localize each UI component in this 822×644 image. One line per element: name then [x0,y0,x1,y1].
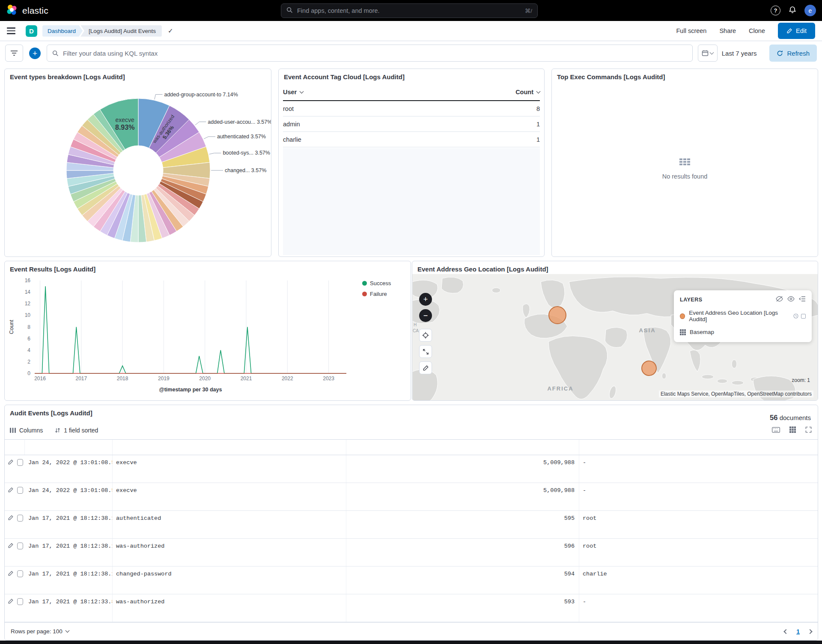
panel-title: Event Results [Logs Auditd] [5,261,411,274]
x-tick-label: 2019 [158,376,170,382]
kql-placeholder: Filter your data using KQL syntax [63,50,158,57]
pie-callout-label: booted-sys... 3.57% [223,150,270,156]
layers-title: LAYERS [680,297,703,303]
no-results-message: No results found [552,82,818,256]
collapse-layers-icon[interactable] [799,296,806,303]
zoom-in-button[interactable]: + [419,293,432,306]
notifications-icon[interactable] [788,6,797,16]
display-options-icon[interactable] [789,426,796,434]
user-avatar[interactable]: e [804,5,816,16]
table-row: Jan 17, 2021 @ 18:12:38.178was-authorize… [5,539,818,566]
data-grid-header-row[interactable] [5,439,818,455]
map-attribution[interactable]: Elastic Maps Service, OpenMapTiles, Open… [659,391,813,397]
share-button[interactable]: Share [719,27,736,34]
zoom-out-button[interactable]: − [419,309,432,322]
select-row-checkbox[interactable] [17,487,23,494]
legend-item-success[interactable]: Success [362,280,391,286]
cell-action: was-authorized [113,539,346,566]
select-row-checkbox[interactable] [17,570,23,577]
fit-to-data-button[interactable] [419,345,432,358]
menu-icon[interactable] [7,27,15,34]
legend-item-failure[interactable]: Failure [362,291,391,297]
zoom-level-label: zoom: 1 [792,377,810,383]
saved-filters-button[interactable] [5,45,23,62]
hide-all-layers-icon[interactable] [776,296,783,303]
sort-fields-button[interactable]: 1 field sorted [55,427,98,434]
table-icon [679,158,691,167]
saved-check-icon: ✓ [168,27,173,35]
column-header-count[interactable]: Count [515,89,540,95]
calendar-icon [702,50,709,57]
event-results-line-chart: 2016201720182019202020212022202302468101… [5,272,411,400]
row-controls [5,539,25,566]
cell-user: root [579,539,818,566]
event-types-donut-chart[interactable]: added-group-account-to 7.14%was-authoriz… [5,69,271,256]
refresh-button[interactable]: Refresh [769,45,817,62]
fullscreen-icon[interactable] [805,426,812,434]
layer-row-geo-location[interactable]: Event Address Geo Location [Logs Auditd] [680,310,806,322]
expand-row-button[interactable] [8,598,14,606]
global-search-input[interactable]: Find apps, content, and more. ⌘/ [281,3,538,18]
keyboard-shortcuts-icon[interactable] [772,427,780,434]
draw-tools-button[interactable] [419,361,432,374]
map-label-edge2: CA [413,328,419,333]
success-dot-icon [362,281,367,286]
date-picker-button[interactable] [698,45,718,62]
y-tick-label: 2 [27,359,30,365]
select-row-checkbox[interactable] [17,515,23,522]
x-tick-label: 2021 [241,376,252,382]
map-controls: + − [419,293,432,374]
world-map[interactable]: ASIA AFRICA H CA + − [412,274,818,400]
clone-button[interactable]: Clone [749,27,765,34]
column-header-user[interactable]: User [283,89,303,95]
global-search-placeholder: Find apps, content, and more. [297,7,521,14]
cell-user: - [579,483,818,510]
y-tick-label: 0 [27,370,30,376]
select-row-checkbox[interactable] [17,543,23,549]
layer-checkbox[interactable] [801,314,806,319]
filter-icon [10,50,18,57]
select-row-checkbox[interactable] [17,459,23,466]
elastic-brand[interactable]: elastic [6,4,48,18]
grid-icon [789,426,796,433]
set-view-button[interactable] [419,329,432,342]
expand-row-button[interactable] [8,487,14,495]
help-icon[interactable]: ? [771,6,780,15]
columns-button[interactable]: Columns [10,427,43,434]
table-row: Jan 24, 2022 @ 13:01:08.518execve5,009,9… [5,483,818,511]
panel-audit-events: Audit Events [Logs Auditd] 56 documents … [4,405,818,641]
layer-row-basemap[interactable]: Basemap [680,329,806,335]
previous-page-button[interactable] [784,629,789,634]
chart-legend: Success Failure [362,280,391,297]
expand-row-button[interactable] [8,459,14,467]
show-all-layers-icon[interactable] [787,296,795,303]
tag-cloud-empty-area [283,148,540,255]
tag-cloud-table: User Count root8admin1charlie1 [283,84,540,255]
callout-line [195,122,206,125]
breadcrumb-current[interactable]: [Logs Auditd] Audit Events [80,25,162,37]
edit-button[interactable]: Edit [778,23,815,39]
select-row-checkbox[interactable] [17,598,23,605]
cell-value: 593 [346,594,579,622]
panel-title: Event Address Geo Location [Logs Auditd] [412,261,818,274]
cell-action: execve [113,455,346,483]
add-filter-button[interactable]: + [29,48,41,59]
geo-point-asia[interactable] [642,361,656,376]
page-number[interactable]: 1 [796,628,800,635]
kql-query-input[interactable]: Filter your data using KQL syntax [47,45,693,62]
rows-per-page-button[interactable]: Rows per page: 100 [11,628,69,635]
next-page-button[interactable] [807,629,812,634]
panel-event-types-breakdown: Event types breakdown [Logs Auditd] adde… [4,69,271,257]
expand-row-button[interactable] [8,543,14,550]
breadcrumb-dashboard[interactable]: Dashboard [42,25,83,37]
cell-time: Jan 17, 2021 @ 18:12:38.178 [25,539,113,566]
data-grid-footer: Rows per page: 100 1 [5,622,818,640]
tag-user: charlie [283,136,301,143]
expand-row-button[interactable] [8,570,14,578]
panel-title: Top Exec Commands [Logs Auditd] [552,69,818,81]
geo-point-europe[interactable] [549,307,566,324]
time-range-button[interactable]: Last 7 years [718,50,761,57]
elastic-logo-icon [6,4,18,18]
expand-row-button[interactable] [8,515,14,522]
full-screen-button[interactable]: Full screen [676,27,706,34]
